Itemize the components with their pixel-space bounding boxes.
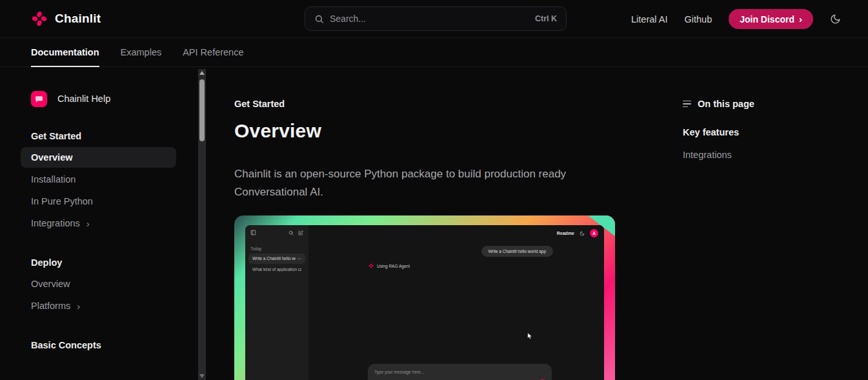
user-message-bubble: Write a Chainlit hello world app xyxy=(481,246,553,257)
page-body: Chainlit Help Get Started Overview Insta… xyxy=(0,67,868,380)
mouse-cursor-icon xyxy=(526,332,533,343)
brand[interactable]: Chainlit xyxy=(31,10,101,27)
join-discord-label: Join Discord xyxy=(740,14,794,25)
search-icon xyxy=(288,230,294,235)
page-title: Overview xyxy=(234,120,615,142)
chevron-right-icon: › xyxy=(799,14,802,25)
sidebar-section-get-started: Get Started xyxy=(31,130,176,142)
main-content: Get Started Overview Chainlit is an open… xyxy=(234,67,615,380)
sidebar-item-platforms[interactable]: Platforms› xyxy=(31,295,176,316)
moon-icon xyxy=(580,231,585,236)
chat-bubble-icon xyxy=(31,91,47,107)
chevron-right-icon: › xyxy=(77,301,80,312)
dark-mode-toggle[interactable] xyxy=(830,14,841,25)
tab-api-reference[interactable]: API Reference xyxy=(183,38,243,67)
more-options-icon: ⋯ xyxy=(298,256,302,261)
preview-app-window: Today Write a Chainlit hello world ⋯ Wha… xyxy=(245,225,604,380)
scroll-down-arrow-icon[interactable] xyxy=(199,374,205,378)
header-links: Literal AI Github Join Discord › xyxy=(631,0,841,38)
avatar: A xyxy=(590,229,598,237)
thread-item: Write a Chainlit hello world ⋯ xyxy=(248,254,305,264)
toc-list-icon xyxy=(683,101,691,108)
sidebar-toggle-icon xyxy=(250,230,256,235)
sidebar-item-overview[interactable]: Overview xyxy=(21,147,176,168)
agent-step: Using RAG Agent xyxy=(368,263,410,268)
toc-item-key-features[interactable]: Key features xyxy=(683,127,805,137)
literal-ai-link[interactable]: Literal AI xyxy=(631,14,667,25)
chainlit-logo-icon xyxy=(31,10,48,27)
sidebar-help-label: Chainlit Help xyxy=(57,94,110,104)
top-header: Chainlit Ctrl K Literal AI Github Join D… xyxy=(0,0,868,38)
sidebar-item-deploy-overview[interactable]: Overview xyxy=(31,274,176,294)
preview-app-chat-area: Readme A Write a Chainlit hello world ap… xyxy=(308,225,604,380)
new-chat-icon xyxy=(298,230,303,235)
scroll-up-arrow-icon[interactable] xyxy=(199,71,205,75)
scrollbar-thumb[interactable] xyxy=(199,79,205,141)
tab-documentation[interactable]: Documentation xyxy=(31,38,99,67)
sidebar-nav: Chainlit Help Get Started Overview Insta… xyxy=(0,67,213,380)
chainlit-app-preview-image[interactable]: Today Write a Chainlit hello world ⋯ Wha… xyxy=(234,215,615,380)
chainlit-logo-icon xyxy=(368,263,374,268)
search-bar[interactable]: Ctrl K xyxy=(305,6,567,31)
search-icon xyxy=(314,14,324,24)
tab-examples[interactable]: Examples xyxy=(121,38,162,67)
github-link[interactable]: Github xyxy=(684,14,712,25)
readme-link: Readme xyxy=(557,231,574,235)
join-discord-button[interactable]: Join Discord › xyxy=(729,9,813,29)
sidebar-item-chainlit-help[interactable]: Chainlit Help xyxy=(31,90,176,107)
thread-item: What kind of application can I xyxy=(248,265,305,274)
doc-tabs: Documentation Examples API Reference xyxy=(0,38,868,67)
search-shortcut: Ctrl K xyxy=(535,14,557,23)
thread-date-label: Today xyxy=(250,246,303,251)
sidebar-item-integrations[interactable]: Integrations› xyxy=(31,213,176,234)
preview-app-sidebar: Today Write a Chainlit hello world ⋯ Wha… xyxy=(245,225,308,380)
moon-icon xyxy=(830,14,841,25)
sidebar-section-basic-concepts: Basic Concepts xyxy=(31,339,176,351)
on-this-page: On this page Key features Integrations xyxy=(683,67,805,380)
breadcrumb: Get Started xyxy=(234,98,615,110)
sidebar-item-in-pure-python[interactable]: In Pure Python xyxy=(31,191,176,212)
sidebar-item-installation[interactable]: Installation xyxy=(31,169,176,190)
brand-name: Chainlit xyxy=(55,12,101,26)
sidebar-scrollbar[interactable] xyxy=(198,69,206,380)
message-input: Type your message here... xyxy=(368,364,552,380)
chevron-right-icon: › xyxy=(86,218,90,229)
page-description: Chainlit is an open-source Python packag… xyxy=(234,165,583,201)
toc-item-integrations[interactable]: Integrations xyxy=(683,150,805,160)
search-input[interactable] xyxy=(330,14,529,24)
sidebar-section-deploy: Deploy xyxy=(31,257,176,268)
toc-title: On this page xyxy=(683,98,805,110)
chainlit-docs-page: Chainlit Ctrl K Literal AI Github Join D… xyxy=(0,0,868,380)
